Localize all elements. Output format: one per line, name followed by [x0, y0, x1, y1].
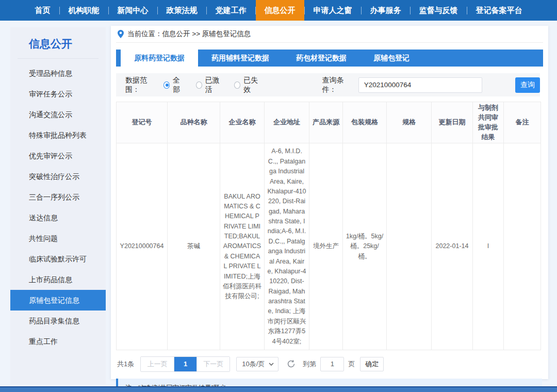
scope-label: 数据范围： [125, 76, 157, 94]
column-header-4: 产品来源 [309, 102, 343, 143]
column-header-1: 品种名称 [168, 102, 220, 143]
search-button[interactable]: 查询 [515, 77, 540, 93]
column-header-2: 企业名称 [220, 102, 265, 143]
table-cell: 2022-01-14 [432, 143, 473, 350]
sidebar: 信息公开 受理品种信息审评任务公示沟通交流公示特殊审批品种列表优先审评公示突破性… [10, 27, 106, 384]
page-number-button[interactable]: 1 [174, 357, 196, 371]
column-header-8: 与制剂共同审批审批结果 [473, 102, 504, 143]
breadcrumb-text: 当前位置：信息公开 >> 原辅包登记信息 [127, 29, 251, 39]
sidebar-items: 受理品种信息审评任务公示沟通交流公示特殊审批品种列表优先审评公示突破性治疗公示三… [10, 59, 106, 352]
prev-page-button[interactable]: 上一页 [141, 357, 174, 371]
sidebar-item-1[interactable]: 审评任务公示 [10, 84, 106, 104]
tab-bar: 原料药登记数据药用辅料登记数据药包材登记数据原辅包登记 [116, 50, 543, 67]
radio-option-1[interactable]: 已激活 [196, 76, 223, 94]
content-panel: 当前位置：信息公开 >> 原辅包登记信息 原料药登记数据药用辅料登记数据药包材登… [111, 26, 548, 379]
nav-item-0[interactable]: 首页 [26, 0, 59, 21]
refresh-icon[interactable] [287, 360, 296, 368]
table-cell [504, 143, 541, 350]
page-size-select[interactable]: 10条/页 [236, 357, 278, 371]
nav-item-5[interactable]: 信息公开 [256, 0, 304, 21]
column-header-5: 包装规格 [343, 102, 387, 143]
goto-suffix: 页 [348, 360, 355, 369]
radio-group: 全部已激活已失效 [163, 76, 272, 94]
nav-item-4[interactable]: 党建工作 [207, 0, 255, 21]
column-header-3: 企业地址 [265, 102, 309, 143]
column-header-6: 规格 [387, 102, 432, 143]
sidebar-item-9[interactable]: 临床试验默示许可 [10, 249, 106, 269]
radio-icon [163, 81, 170, 89]
nav-item-2[interactable]: 新闻中心 [109, 0, 157, 21]
sidebar-item-8[interactable]: 共性问题 [10, 228, 106, 249]
table-body: Y20210000764茶碱BAKUL AROMATICS & CHEMICAL… [117, 143, 541, 350]
sidebar-item-6[interactable]: 三合一序列公示 [10, 187, 106, 207]
sidebar-item-4[interactable]: 优先审评公示 [10, 145, 106, 166]
page: 首页机构职能新闻中心政策法规党建工作信息公开申请人之窗办事服务监督与反馈登记备案… [0, 0, 557, 392]
sidebar-item-3[interactable]: 特殊审批品种列表 [10, 125, 106, 145]
page-size-value: 10条/页 [242, 360, 265, 369]
nav-item-1[interactable]: 机构职能 [60, 0, 108, 21]
tab-2[interactable]: 药包材登记数据 [283, 50, 360, 67]
goto-page-input[interactable] [320, 357, 344, 371]
table-cell: 境外生产 [309, 143, 343, 350]
sidebar-item-5[interactable]: 突破性治疗公示 [10, 166, 106, 187]
radio-option-2[interactable]: 已失效 [234, 76, 261, 94]
table-cell: A-6, M.I.D.C.,, Patalganga Industrial Ar… [265, 143, 309, 350]
table-cell: BAKUL AROMATICS & CHEMICAL PRIVATE LIMIT… [220, 143, 265, 350]
results-table: 登记号品种名称企业名称企业地址产品来源包装规格规格更新日期与制剂共同审批审批结果… [116, 102, 541, 350]
filter-bar: 数据范围： 全部已激活已失效 查询条件： 查询 [116, 73, 540, 96]
table-cell [387, 143, 432, 350]
table-cell: 1kg/桶。5kg/桶。25kg/桶。 [343, 143, 387, 350]
nav-item-3[interactable]: 政策法规 [158, 0, 206, 21]
query-input[interactable] [358, 77, 482, 93]
footer-bar [0, 386, 557, 392]
next-page-button[interactable]: 下一页 [196, 357, 230, 371]
radio-icon [196, 81, 202, 89]
tab-3[interactable]: 原辅包登记 [360, 50, 423, 67]
column-header-0: 登记号 [117, 102, 168, 143]
column-header-7: 更新日期 [432, 102, 473, 143]
table-cell: 茶碱 [168, 143, 220, 350]
total-count: 共1条 [117, 360, 134, 369]
pager-buttons: 上一页 1 下一页 [140, 356, 230, 372]
sidebar-item-2[interactable]: 沟通交流公示 [10, 104, 106, 125]
tab-0[interactable]: 原料药登记数据 [121, 50, 198, 67]
goto-label: 到第 [303, 360, 316, 369]
tab-1[interactable]: 药用辅料登记数据 [198, 50, 283, 67]
radio-icon [234, 81, 240, 89]
sidebar-item-7[interactable]: 送达信息 [10, 207, 106, 228]
nav-item-9[interactable]: 登记备案平台 [467, 0, 531, 21]
sidebar-item-0[interactable]: 受理品种信息 [10, 63, 106, 84]
column-header-9: 备注 [504, 102, 541, 143]
nav-item-7[interactable]: 办事服务 [362, 0, 410, 21]
sidebar-item-11[interactable]: 原辅包登记信息 [10, 290, 106, 311]
nav-item-6[interactable]: 申请人之窗 [305, 0, 361, 21]
sidebar-item-10[interactable]: 上市药品信息 [10, 269, 106, 290]
radio-option-0[interactable]: 全部 [163, 76, 185, 94]
table-cell: Y20210000764 [117, 143, 168, 350]
location-pin-icon [118, 30, 124, 38]
sidebar-item-13[interactable]: 重点工作 [10, 331, 106, 352]
breadcrumb: 当前位置：信息公开 >> 原辅包登记信息 [116, 26, 543, 43]
sidebar-item-12[interactable]: 药品目录集信息 [10, 311, 106, 331]
table-row: Y20210000764茶碱BAKUL AROMATICS & CHEMICAL… [117, 143, 541, 350]
nav-item-8[interactable]: 监督与反馈 [411, 0, 467, 21]
confirm-button[interactable]: 确定 [360, 357, 384, 371]
sidebar-title: 信息公开 [18, 36, 99, 59]
query-label: 查询条件： [322, 76, 354, 94]
pagination: 共1条 上一页 1 下一页 10条/页 到第 页 确定 [116, 356, 543, 372]
chevron-down-icon [269, 363, 274, 366]
top-nav: 首页机构职能新闻中心政策法规党建工作信息公开申请人之窗办事服务监督与反馈登记备案… [0, 0, 557, 21]
table-cell: I [473, 143, 504, 350]
table-header-row: 登记号品种名称企业名称企业地址产品来源包装规格规格更新日期与制剂共同审批审批结果… [117, 102, 541, 143]
